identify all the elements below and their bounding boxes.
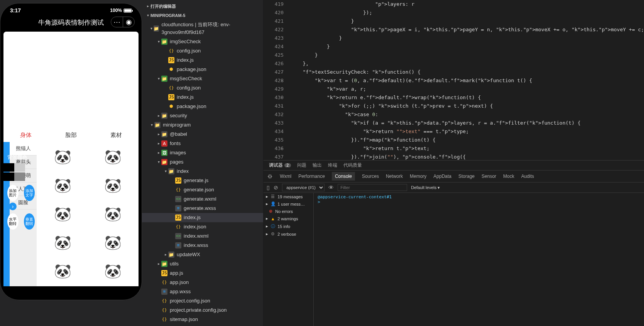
capsule-close-icon[interactable]: ◉	[123, 17, 134, 27]
msg-user[interactable]: ▸👤1 user mess…	[264, 200, 313, 208]
msg-warnings[interactable]: ▸▲2 warnings	[264, 215, 313, 222]
folder-fonts[interactable]: ▸Afonts	[142, 139, 263, 148]
folder-utils[interactable]: ▸📁utils	[142, 259, 263, 269]
file-index-js-selected[interactable]: JSindex.js	[142, 213, 263, 222]
section-project[interactable]: ▾MINIPROGRAM-5	[142, 11, 263, 20]
code-editor[interactable]: 419420421422423424425426427˅428˅429430˅4…	[264, 0, 644, 160]
add-image-button[interactable]: 添加 图片	[7, 185, 19, 201]
code-area[interactable]: "p">layers: r }); } "k">this."p">pageX =…	[291, 0, 644, 160]
sticker-thumb[interactable]: 🐼	[38, 229, 87, 256]
file-package-json[interactable]: ⬢package.json	[142, 102, 263, 111]
flip-v-button[interactable]: 垂直 翻转	[24, 213, 35, 230]
file-app-json[interactable]: {}app.json	[142, 278, 263, 287]
console-toolbar: ▯ ⊘ appservice (#1) 👁 Default levels ▾	[264, 182, 644, 193]
battery-percent: 100%	[110, 8, 122, 13]
file-generate-wxml[interactable]: <>generate.wxml	[142, 194, 263, 204]
tab-network[interactable]: Network	[386, 174, 403, 179]
file-project-private[interactable]: {}project.private.config.json	[142, 306, 263, 315]
sticker-thumb[interactable]: 🐼	[88, 144, 137, 171]
context-link[interactable]: @appservice-current-context#1	[318, 194, 640, 199]
debugger-panel: 调试器 2 问题 输出 终端 代码质量 ⯐ Wxml Performance C…	[264, 160, 644, 326]
tab-terminal[interactable]: 终端	[328, 162, 337, 169]
file-index-wxss[interactable]: ≡index.wxss	[142, 241, 263, 250]
msg-info[interactable]: ▸ⓘ15 info	[264, 222, 313, 230]
flip-h-button[interactable]: 水平 翻转	[7, 213, 19, 230]
clear-console-icon[interactable]: ⊘	[274, 184, 278, 191]
tab-performance[interactable]: Performance	[298, 174, 325, 179]
tab-problems[interactable]: 问题	[297, 162, 306, 169]
file-eslintrc[interactable]: ◉.eslintrc.js	[142, 324, 263, 326]
sticker-thumb[interactable]: 🐼	[38, 144, 87, 171]
section-editors[interactable]: ▸打开的编辑器	[142, 2, 263, 11]
file-generate-js[interactable]: JSgenerate.js	[142, 176, 263, 185]
tab-body[interactable]: 身体	[20, 132, 32, 139]
sticker-thumb[interactable]: 🐼	[88, 258, 137, 285]
context-select[interactable]: appservice (#1)	[282, 184, 325, 191]
swatch-black[interactable]	[3, 172, 14, 181]
tab-sensor[interactable]: Sensor	[482, 174, 496, 179]
tab-mock[interactable]: Mock	[503, 174, 514, 179]
folder-babel[interactable]: ▸📁@babel	[142, 130, 263, 139]
file-config-json[interactable]: {}config.json	[142, 46, 263, 56]
tab-output[interactable]: 输出	[313, 162, 322, 169]
console-prompt[interactable]: >	[318, 199, 640, 204]
console-output[interactable]: @appservice-current-context#1 >	[314, 193, 644, 326]
file-package-json[interactable]: ⬢package.json	[142, 65, 263, 74]
folder-updatewx[interactable]: ▸📁updateWX	[142, 250, 263, 259]
folder-security[interactable]: ▸📁security	[142, 111, 263, 120]
chevron-right-icon[interactable]: ›	[9, 203, 17, 210]
file-generate-json[interactable]: {}generate.json	[142, 185, 263, 194]
folder-imgseccheck[interactable]: ▾📁imgSecCheck	[142, 37, 263, 46]
msg-all[interactable]: ▸☰19 messages	[264, 193, 313, 200]
file-project-config[interactable]: {}project.config.json	[142, 296, 263, 306]
inspect-icon[interactable]: ⯐	[267, 173, 273, 179]
sticker-thumb[interactable]: 🐼	[88, 172, 137, 199]
sidebar-toggle-icon[interactable]: ▯	[267, 184, 270, 191]
file-index-js[interactable]: JSindex.js	[142, 56, 263, 65]
swatch-gray[interactable]	[14, 172, 25, 181]
sticker-thumb[interactable]: 🐼	[38, 258, 87, 285]
folder-cloudfunctions[interactable]: ▾📁cloudfunctions | 当前环境: env-3gnovo9mf0f…	[142, 20, 263, 37]
tab-wxml[interactable]: Wxml	[280, 174, 291, 179]
tab-sources[interactable]: Sources	[362, 174, 379, 179]
eye-icon[interactable]: 👁	[328, 184, 334, 191]
swatch-light[interactable]	[14, 163, 25, 172]
file-app-js[interactable]: JSapp.js	[142, 269, 263, 278]
file-sitemap[interactable]: {}sitemap.json	[142, 315, 263, 324]
sticker-thumb[interactable]: 🐼	[38, 201, 87, 228]
filter-input[interactable]	[338, 184, 407, 191]
canvas-area[interactable]	[3, 32, 139, 128]
tab-audits[interactable]: Audits	[521, 174, 534, 179]
sticker-thumb[interactable]: 🐼	[88, 201, 137, 228]
tab-storage[interactable]: Storage	[458, 174, 475, 179]
sticker-thumb[interactable]: 🐼	[38, 172, 87, 199]
add-text-button[interactable]: 添加 文字	[24, 185, 35, 201]
capsule-more-icon[interactable]: ⋯	[111, 17, 123, 27]
file-app-wxss[interactable]: ≡app.wxss	[142, 287, 263, 296]
explorer-pane[interactable]: ▸打开的编辑器 ▾MINIPROGRAM-5 ▾📁cloudfunctions …	[142, 0, 264, 326]
tab-quality[interactable]: 代码质量	[343, 162, 362, 169]
tab-appdata[interactable]: AppData	[433, 174, 451, 179]
file-index-wxml[interactable]: <>index.wxml	[142, 231, 263, 241]
sticker-grid[interactable]: 🐼 🐼 🐼 🐼 🐼 🐼 🐼 🐼 🐼 🐼	[37, 142, 139, 286]
msg-verbose[interactable]: ▸⚙2 verbose	[264, 230, 313, 238]
folder-pages[interactable]: ▾📁pages	[142, 157, 263, 167]
file-generate-wxss[interactable]: ≡generate.wxss	[142, 204, 263, 213]
swatch-black[interactable]	[3, 163, 14, 172]
folder-images[interactable]: ▸🖼images	[142, 148, 263, 157]
tab-console[interactable]: Console	[332, 172, 355, 181]
folder-msgseccheck[interactable]: ▾📁msgSecCheck	[142, 74, 263, 83]
tab-material[interactable]: 素材	[110, 132, 122, 139]
file-index-js[interactable]: JSindex.js	[142, 93, 263, 102]
sticker-thumb[interactable]: 🐼	[88, 229, 137, 256]
file-config-json[interactable]: {}config.json	[142, 83, 263, 93]
file-index-json[interactable]: {}index.json	[142, 222, 263, 231]
msg-errors[interactable]: ⊗No errors	[264, 208, 313, 215]
tab-debugger[interactable]: 调试器 2	[269, 162, 291, 169]
list-item[interactable]: 熊猫人	[10, 142, 37, 155]
folder-miniprogram[interactable]: ▾📁miniprogram	[142, 120, 263, 130]
tab-face[interactable]: 脸部	[65, 132, 77, 139]
tab-memory[interactable]: Memory	[410, 174, 426, 179]
levels-select[interactable]: Default levels ▾	[411, 185, 440, 190]
folder-index[interactable]: ▾📁index	[142, 167, 263, 176]
